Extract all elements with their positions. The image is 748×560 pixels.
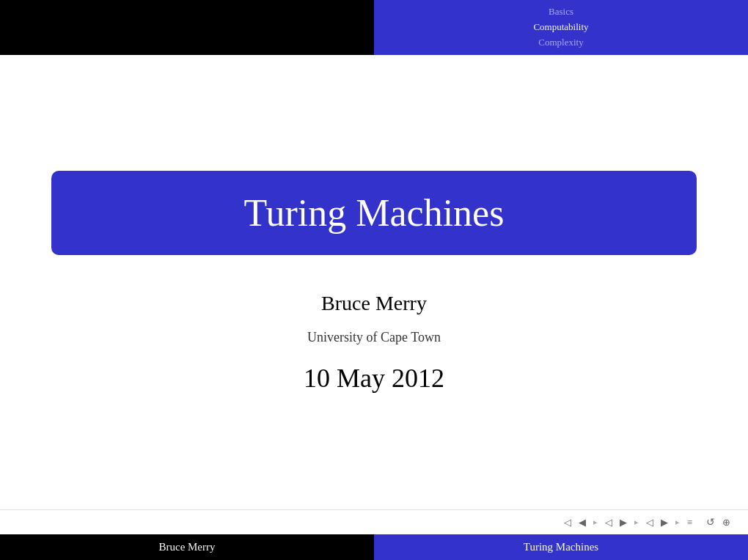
prev-slide-icon[interactable]: ◀ (576, 515, 589, 530)
top-navigation-bar: Basics Computability Complexity (0, 0, 748, 55)
prev-subsection-icon[interactable]: ◁ (643, 515, 656, 530)
next-section-icon[interactable]: ▶ (617, 515, 630, 530)
bottom-author-section: Bruce Merry (0, 534, 374, 560)
nav-computability[interactable]: Computability (533, 20, 588, 35)
refresh-icon[interactable]: ↺ (703, 515, 718, 530)
menu-icon[interactable]: ≡ (684, 515, 695, 530)
nav-complexity[interactable]: Complexity (538, 35, 583, 51)
slide-title: Turing Machines (81, 191, 667, 235)
bottom-status-bar: Bruce Merry Turing Machines (0, 534, 748, 560)
zoom-icon[interactable]: ⊕ (719, 515, 733, 530)
bottom-author-label: Bruce Merry (158, 541, 215, 553)
nav-basics[interactable]: Basics (549, 4, 573, 20)
prev-section-icon[interactable]: ◁ (602, 515, 615, 530)
bottom-title-section: Turing Machines (374, 534, 748, 560)
next-subsection-icon[interactable]: ▶ (658, 515, 671, 530)
title-box: Turing Machines (51, 171, 697, 255)
separator1: ▸ (593, 517, 598, 527)
institution: University of Cape Town (307, 330, 441, 345)
first-slide-icon[interactable]: ◁ (561, 515, 574, 530)
slide-navigation-icons: ◁ ◀ ▸ ◁ ▶ ▸ ◁ ▶ ▸ ≡ ↺ ⊕ (561, 515, 733, 530)
top-bar-left-black (0, 0, 374, 55)
slide-content: Turing Machines Bruce Merry University o… (44, 171, 704, 394)
author-name: Bruce Merry (321, 292, 427, 315)
slide-area: Turing Machines Bruce Merry University o… (0, 55, 748, 509)
date: 10 May 2012 (304, 363, 444, 394)
nav-icons-bar: ◁ ◀ ▸ ◁ ▶ ▸ ◁ ▶ ▸ ≡ ↺ ⊕ (0, 509, 748, 534)
separator3: ▸ (675, 517, 680, 527)
bottom-slide-title: Turing Machines (524, 541, 598, 553)
separator2: ▸ (634, 517, 639, 527)
top-bar-nav-links: Basics Computability Complexity (374, 0, 748, 55)
